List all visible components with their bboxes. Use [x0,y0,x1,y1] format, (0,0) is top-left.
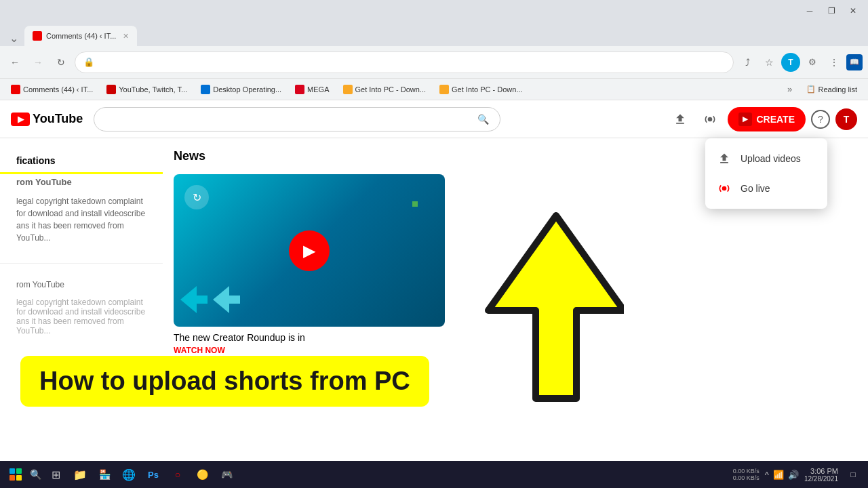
live-icon-button[interactable] [698,107,722,131]
file-explorer-button[interactable]: 📁 [69,464,91,485]
sidebar-section2: rom YouTube legal copyright takedown com… [0,263,163,338]
caption-bar: How to upload shorts from PC [20,356,429,407]
extra-app-icon: 🎮 [221,469,233,480]
favorites-button[interactable]: ☆ [760,53,778,72]
minimize-button[interactable]: ─ [800,5,819,17]
watch-now-label[interactable]: WATCH NOW [174,346,857,355]
taskbar-items: ⊞ 📁 🏪 🌐 Ps ○ 🟡 🎮 [45,464,733,485]
go-live-label: Go live [741,183,770,194]
bookmark-item[interactable]: MEGA [290,83,334,96]
bookmark-favicon [11,85,20,94]
speed-up: 0.00 KB/s [733,468,760,474]
settings-button[interactable]: ⋮ [825,53,844,72]
tab-bar: ⌄ Comments (44) ‹ IT... ✕ [0,22,868,46]
windows-icon [9,468,22,481]
bookmark-label: Get Into PC - Down... [355,85,427,94]
close-button[interactable]: ✕ [844,5,863,17]
chrome-icon: 🟡 [197,469,208,480]
go-live-item[interactable]: Go live [705,174,827,203]
bookmark-label: Desktop Operating... [213,85,281,94]
dot-decoration [412,201,418,207]
address-bar[interactable]: 🔒 [75,52,734,73]
help-button[interactable]: ? [811,110,830,129]
search-taskbar-button[interactable]: 🔍 [26,465,45,484]
tab-title: Comments (44) ‹ IT... [46,32,116,40]
video-thumbnail[interactable]: ↻ ▶ [174,174,445,327]
bookmark-item[interactable]: YouTube, Twitch, T... [101,83,193,96]
extensions-button[interactable]: ⚙ [803,53,822,72]
sidebar-section-header: fications [0,149,163,174]
bookmark-label: Get Into PC - Down... [452,85,523,94]
bookmark-favicon [106,85,116,94]
create-dropdown-menu: Upload videos Go live [705,138,827,209]
forward-button[interactable]: → [28,53,47,72]
win-square [9,468,15,474]
start-button[interactable] [5,464,26,485]
lock-icon: 🔒 [83,57,94,67]
photoshop-button[interactable]: Ps [142,464,164,485]
extra-app-button[interactable]: 🎮 [216,464,237,485]
chrome-button[interactable]: 🟡 [191,464,213,485]
speed-down: 0.00 KB/s [733,474,760,481]
tab-close[interactable]: ✕ [123,32,129,41]
upload-videos-item[interactable]: Upload videos [705,144,827,174]
sidebar-item: rom YouTube [0,274,163,295]
win-square [16,468,22,474]
youtube-search[interactable]: 🔍 [94,107,500,131]
nav-bar: ← → ↻ 🔒 ⤴ ☆ T ⚙ ⋮ 📖 [0,46,868,79]
sidebar-ws: legal copyright takedown complaint for d… [0,295,163,338]
bookmark-label: Comments (44) ‹ IT... [23,85,93,94]
reading-list-button[interactable]: 📖 [846,54,863,70]
reading-list-bookmark[interactable]: 📋 Reading list [801,85,863,94]
win-square [16,475,22,481]
help-icon: ? [818,114,823,125]
bookmark-favicon [201,85,210,94]
browser-taskbar-button[interactable]: 🌐 [118,464,140,485]
active-tab[interactable]: Comments (44) ‹ IT... ✕ [24,26,137,46]
bookmark-item[interactable]: Get Into PC - Down... [434,83,528,96]
win-square [9,475,15,481]
refresh-button[interactable]: ↻ [52,53,71,72]
youtube-logo-text: YouTube [33,112,83,126]
task-manager-icon: ⊞ [52,468,60,481]
task-manager-button[interactable]: ⊞ [45,464,66,485]
bookmarks-more-button[interactable]: » [782,81,798,98]
ps-icon: Ps [148,470,159,480]
system-icons: ^ 📶 🔊 [765,470,799,480]
refresh-overlay-icon: ↻ [184,185,209,209]
bookmark-item[interactable]: Comments (44) ‹ IT... [5,83,98,96]
notifications-button[interactable]: □ [844,465,863,484]
upload-videos-label: Upload videos [741,153,801,164]
bookmark-label: MEGA [307,85,329,94]
arrow-decoration [180,286,208,313]
opera-icon: ○ [175,469,180,480]
youtube-profile-avatar[interactable]: T [835,108,857,130]
page-content: ▶ YouTube 🔍 ▶ CREATE ? T [0,100,868,461]
store-icon: 🏪 [99,469,111,480]
youtube-logo[interactable]: ▶ YouTube [11,112,83,126]
svg-point-1 [722,186,727,191]
share-button[interactable]: ⤴ [738,53,757,72]
chevron-up-icon[interactable]: ^ [765,470,769,480]
caption-text: How to upload shorts from PC [39,367,410,395]
file-explorer-icon: 📁 [73,468,87,481]
chevron-down-button[interactable]: ⌄ [5,30,22,46]
browser-profile[interactable]: T [781,53,800,72]
create-button[interactable]: ▶ CREATE [728,107,806,131]
bookmark-favicon [343,85,353,94]
upload-icon-button[interactable] [668,107,692,131]
maximize-button[interactable]: ❐ [822,5,841,17]
volume-icon: 🔊 [788,470,799,480]
opera-button[interactable]: ○ [167,464,189,485]
edge-icon: 🌐 [122,468,136,481]
bookmark-item[interactable]: Get Into PC - Down... [338,83,432,96]
youtube-logo-icon: ▶ [11,113,30,126]
bookmark-item[interactable]: Desktop Operating... [195,83,287,96]
reading-list-label: Reading list [818,85,857,94]
video-play-button[interactable]: ▶ [289,230,330,271]
network-speed: 0.00 KB/s 0.00 KB/s [733,468,760,481]
upload-icon [673,113,687,126]
ms-store-button[interactable]: 🏪 [94,464,115,485]
back-button[interactable]: ← [5,53,24,72]
taskbar-clock[interactable]: 3:06 PM 12/28/2021 [804,467,838,483]
